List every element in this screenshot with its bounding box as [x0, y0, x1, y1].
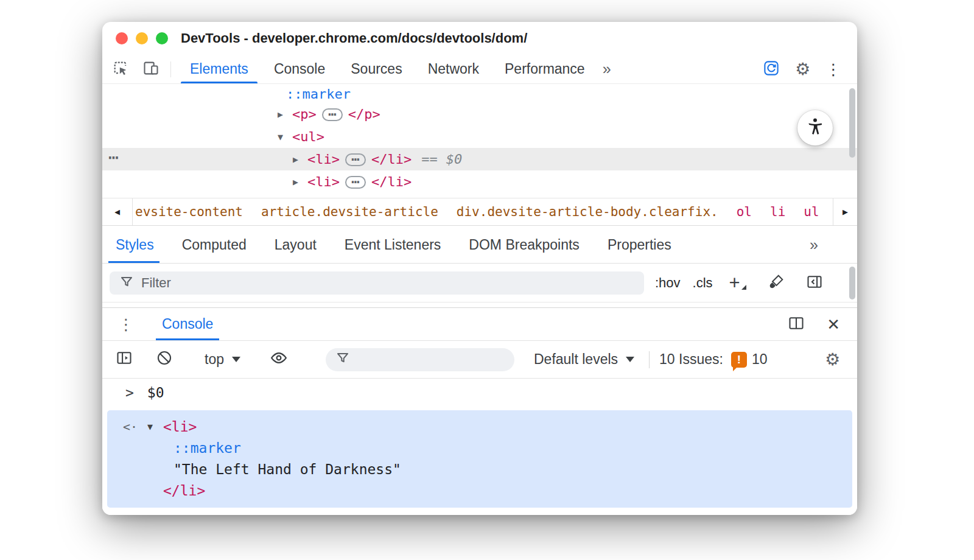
settings-gear-icon[interactable]: ⚙ — [795, 61, 810, 78]
styles-scrollbar[interactable] — [849, 267, 855, 299]
console-prompt-chevron: > — [125, 385, 134, 401]
tab-sources[interactable]: Sources — [338, 55, 415, 83]
toggle-element-state-button[interactable]: :hov — [655, 275, 681, 291]
breadcrumb-scroll-left-button[interactable]: ◀ — [102, 198, 133, 225]
tab-event-listeners[interactable]: Event Listeners — [331, 226, 455, 263]
result-pseudo-element: ::marker — [173, 440, 241, 456]
more-styles-tabs-button[interactable]: » — [810, 236, 818, 254]
console-sidebar-button[interactable] — [116, 349, 133, 370]
drawer-header-actions: ✕ — [788, 315, 840, 334]
dom-node-li[interactable]: ▶<li>…</li> — [102, 170, 857, 193]
split-panel-icon[interactable] — [788, 315, 805, 334]
drawer-kebab-icon[interactable]: ⋮ — [118, 317, 134, 332]
inline-expand-button[interactable]: … — [345, 176, 366, 189]
minimize-window-button[interactable] — [136, 32, 148, 44]
traffic-lights — [116, 32, 168, 44]
devtools-window: DevTools - developer.chrome.com/docs/dev… — [102, 22, 857, 515]
expand-arrow-icon[interactable]: ▶ — [293, 177, 307, 187]
styles-filter-input[interactable] — [141, 275, 634, 291]
clear-console-icon — [156, 349, 173, 370]
inline-expand-button[interactable]: … — [345, 153, 366, 166]
accessibility-overlay-button[interactable] — [797, 110, 833, 145]
styles-filter-field[interactable] — [110, 271, 644, 295]
breadcrumb-scroll-right-button[interactable]: ▶ — [833, 198, 857, 225]
inline-expand-button[interactable]: … — [322, 108, 343, 121]
console-result-highlighted[interactable]: <·▼<li> ::marker "The Left Hand of Darkn… — [107, 410, 852, 508]
element-classes-button[interactable]: .cls — [693, 275, 713, 291]
paint-brush-icon — [768, 274, 784, 292]
tag-close: </li> — [371, 174, 412, 189]
plus-icon: + — [729, 275, 740, 291]
tab-dom-breakpoints[interactable]: DOM Breakpoints — [455, 226, 594, 263]
close-window-button[interactable] — [116, 32, 128, 44]
chevron-down-icon — [626, 357, 634, 362]
customize-devtools-kebab-icon[interactable]: ⋮ — [825, 61, 841, 77]
console-settings-gear-icon[interactable]: ⚙ — [825, 351, 840, 368]
collapse-arrow-icon[interactable]: ▼ — [147, 421, 163, 432]
javascript-context-selector[interactable]: top — [205, 351, 240, 368]
toolbar-divider — [170, 61, 171, 77]
console-history-entry[interactable]: > $0 — [102, 379, 857, 407]
row-actions-dots-icon[interactable]: ⋯ — [108, 147, 119, 167]
zoom-window-button[interactable] — [156, 32, 168, 44]
tab-performance[interactable]: Performance — [492, 55, 598, 83]
log-levels-selector[interactable]: Default levels — [534, 351, 634, 368]
result-line-pseudo: ::marker — [107, 437, 852, 458]
breadcrumb-item[interactable]: evsite-content — [135, 205, 243, 219]
tab-properties[interactable]: Properties — [594, 226, 685, 263]
issues-counter-button[interactable]: 10 Issues: ! 10 — [659, 351, 767, 368]
breadcrumb: evsite-content article.devsite-article d… — [133, 198, 833, 225]
computed-sidebar-toggle-button[interactable] — [806, 273, 823, 293]
dom-node-p[interactable]: ▶<p>…</p> — [102, 103, 857, 125]
device-toolbar-button[interactable] — [138, 57, 164, 82]
tab-elements[interactable]: Elements — [177, 55, 261, 83]
breadcrumb-item[interactable]: li — [770, 205, 785, 219]
dollar-zero-ref: $0 — [446, 152, 463, 167]
tab-layout[interactable]: Layout — [261, 226, 331, 263]
drawer-tab-console[interactable]: Console — [151, 308, 224, 340]
result-line-open: <·▼<li> — [107, 416, 852, 437]
tab-styles[interactable]: Styles — [102, 226, 168, 263]
breadcrumb-item[interactable]: article.devsite-article — [261, 205, 438, 219]
refresh-device-icon[interactable] — [763, 60, 780, 79]
new-style-rule-button[interactable]: + — [729, 275, 746, 291]
dom-node-marker-pseudo[interactable]: ::marker — [102, 85, 857, 103]
more-panels-button[interactable]: » — [603, 60, 611, 78]
breadcrumb-item[interactable]: div.devsite-article-body.clearfix. — [457, 205, 718, 219]
collapse-arrow-icon[interactable]: ▼ — [278, 131, 292, 142]
expand-arrow-icon[interactable]: ▶ — [278, 109, 292, 120]
color-format-brush-button[interactable] — [768, 274, 784, 292]
titlebar[interactable]: DevTools - developer.chrome.com/docs/dev… — [102, 22, 857, 55]
console-sidebar-icon — [116, 349, 133, 370]
result-line-close: </li> — [107, 480, 852, 501]
breadcrumb-item[interactable]: ul — [804, 205, 819, 219]
create-live-expression-button[interactable] — [270, 349, 288, 371]
tab-computed[interactable]: Computed — [168, 226, 261, 263]
window-title: DevTools - developer.chrome.com/docs/dev… — [181, 30, 527, 46]
elements-dom-tree: ::marker ▶<p>…</p> ▼<ul> ⋯ ▶<li>…</li>==… — [102, 85, 857, 198]
clear-console-button[interactable] — [156, 349, 173, 370]
tab-console[interactable]: Console — [261, 55, 338, 83]
tag-open: <p> — [292, 107, 317, 122]
filter-funnel-icon — [119, 275, 134, 292]
sidebar-toggle-icon — [806, 273, 823, 293]
vertical-scrollbar[interactable] — [849, 88, 855, 158]
main-toolbar: Elements Console Sources Network Perform… — [102, 55, 857, 84]
console-filter-input[interactable] — [350, 352, 490, 368]
tab-network[interactable]: Network — [415, 55, 492, 83]
console-filter-field[interactable] — [326, 348, 514, 371]
close-drawer-icon[interactable]: ✕ — [827, 317, 840, 332]
inspect-element-button[interactable] — [107, 57, 134, 82]
expand-arrow-icon[interactable]: ▶ — [293, 154, 307, 165]
dom-node-li-selected[interactable]: ⋯ ▶<li>…</li>==$0 — [102, 148, 857, 170]
dom-node-ul[interactable]: ▼<ul> — [102, 125, 857, 148]
console-drawer-header: ⋮ Console ✕ — [102, 307, 857, 341]
console-input-text: $0 — [147, 385, 164, 401]
new-rule-dropdown-icon — [741, 285, 746, 290]
pseudo-element-label: ::marker — [286, 86, 351, 102]
console-messages: > $0 <·▼<li> ::marker "The Left Hand of … — [102, 379, 857, 515]
breadcrumb-item[interactable]: ol — [737, 205, 752, 219]
tag-open: <li> — [307, 152, 340, 167]
styles-pane-tabs: Styles Computed Layout Event Listeners D… — [102, 226, 857, 264]
equals-sign: == — [421, 152, 438, 167]
